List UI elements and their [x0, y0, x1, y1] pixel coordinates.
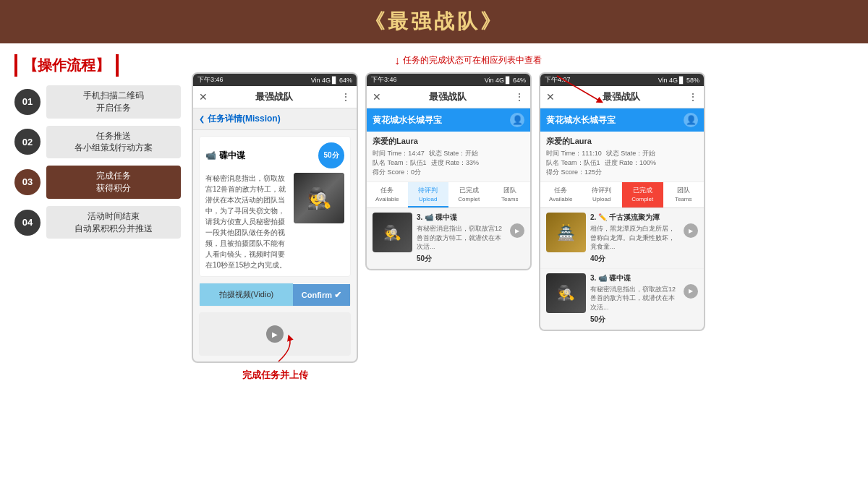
confirm-check-icon: ✔ — [334, 290, 341, 300]
phone1-upload-row: 拍摄视频(Vidio) Confirm ✔ — [200, 283, 350, 306]
phone2-thumb-1: 🕵️ — [373, 213, 412, 252]
phone1-mission-card: 📹 碟中谍 50分 有秘密消息指出，窃取故宫12兽首的敌方特工，就潜伏在本次活动… — [199, 136, 351, 277]
phone3-details2: 队名 Team：队伍1 进度 Rate：100% — [546, 158, 698, 168]
step-num-3: 03 — [14, 169, 41, 195]
phone3-list-item-1: 🏯 2. ✏️ 千古溪流聚为潭 相传，黑龙潭原为白龙所居，曾称白龙潭。白龙秉性败… — [540, 208, 704, 269]
phone2-info-row: 亲爱的Laura 时间 Time：14:47 状态 State：开始 队名 Te… — [367, 132, 530, 182]
annotation-arrow-svg — [542, 69, 629, 105]
phone1-mission-title-row: 📹 碟中谍 50分 — [205, 142, 344, 168]
phone3-item-title-1: 2. ✏️ 千古溪流聚为潭 — [590, 213, 679, 222]
svg-line-0 — [557, 76, 600, 101]
phone1-menu-icon[interactable]: ⋮ — [341, 91, 351, 103]
step-label-4: 活动时间结束自动累积积分并推送 — [46, 206, 181, 239]
phone3-tab-complete[interactable]: 已完成Complet — [622, 182, 663, 207]
page-header: 《最强战队》 — [0, 0, 868, 43]
phone2: 下午3:46 Vin 4G ▊ 64% ✕ 最强战队 ⋮ 黄花城水长城寻宝 👤 … — [365, 72, 532, 270]
phone3-item-desc-2: 有秘密消息指出，窃取故宫12兽首的敌方特工，就潜伏在本次活... — [590, 285, 679, 312]
process-title: 【操作流程】 — [14, 54, 119, 77]
page-title: 《最强战队》 — [365, 8, 503, 35]
phone2-item-title-1: 3. 📹 碟中谍 — [417, 213, 506, 222]
phone1-close-icon[interactable]: ✕ — [199, 91, 208, 103]
step-label-2: 任务推送各小组策划行动方案 — [46, 126, 181, 159]
step-1: 01 手机扫描二维码开启任务 — [14, 85, 181, 119]
phones-container: 下午3:46 Vin 4G ▊ 64% ✕ 最强战队 ⋮ ❮ 任务详情(Miss… — [192, 72, 854, 382]
confirm-arrow-svg — [250, 334, 307, 363]
step-4: 04 活动时间结束自动累积积分并推送 — [14, 206, 181, 239]
phone2-menu-icon[interactable]: ⋮ — [514, 91, 524, 103]
step-label-3: 完成任务获得积分 — [46, 166, 181, 199]
phone2-details2: 队名 Team：队伍1 进度 Rate：33% — [373, 158, 524, 168]
phone3-item-desc-1: 相传，黑龙潭原为白龙所居，曾称白龙潭。白龙秉性败坏，竟食童... — [590, 224, 679, 252]
phone3-details: 时间 Time：111:10 状态 State：开始 — [546, 149, 698, 158]
step-num-4: 04 — [14, 210, 41, 236]
phone3-tab-teams[interactable]: 团队Teams — [663, 182, 705, 207]
step-label-1: 手机扫描二维码开启任务 — [46, 85, 181, 119]
phone2-tab-teams[interactable]: 团队Teams — [490, 182, 531, 207]
phone2-close-icon[interactable]: ✕ — [373, 91, 381, 103]
annotation-text: 任务的完成状态可在相应列表中查看 — [403, 54, 542, 67]
step-num-1: 01 — [14, 89, 41, 115]
phone1-video-icon: 📹 — [205, 150, 216, 160]
phone2-list-item-1: 🕵️ 3. 📹 碟中谍 有秘密消息指出，窃取故宫12兽首的敌方特工，就潜伏在本次… — [367, 208, 530, 269]
phone2-play-btn-1[interactable]: ▶ — [510, 223, 524, 238]
phone2-item-score-1: 50分 — [417, 254, 506, 264]
phone2-statusbar: 下午3:46 Vin 4G ▊ 64% — [367, 74, 530, 86]
phone1-upload-bar: 拍摄视频(Vidio) Confirm ✔ — [199, 283, 351, 307]
phone3-thumb-1: 🏯 — [546, 213, 586, 252]
phone3-thumb-2: 🕵️ — [546, 273, 586, 313]
step-num-2: 02 — [14, 129, 41, 155]
phone1-statusbar: 下午3:46 Vin 4G ▊ 64% — [193, 74, 357, 86]
phone1-annotation: 完成任务并上传 — [242, 369, 308, 382]
left-panel: 【操作流程】 01 手机扫描二维码开启任务 02 任务推送各小组策划行动方案 0… — [14, 54, 181, 477]
phone3-play-btn-2[interactable]: ▶ — [684, 284, 698, 299]
process-steps: 01 手机扫描二维码开启任务 02 任务推送各小组策划行动方案 03 完成任务获… — [14, 85, 181, 239]
phone1-score-badge: 50分 — [318, 142, 344, 168]
phone1-mission-body: 有秘密消息指出，窃取故宫12兽首的敌方特工，就潜伏在本次活动的团队当中，为了寻回… — [205, 173, 344, 270]
phone1-description: 有秘密消息指出，窃取故宫12兽首的敌方特工，就潜伏在本次活动的团队当中，为了寻回… — [205, 173, 289, 270]
phone1-back-icon[interactable]: ❮ — [199, 115, 205, 123]
phone3-item-title-2: 3. 📹 碟中谍 — [590, 273, 679, 283]
phone1-thumb — [294, 173, 344, 223]
phone1-mission-header: ❮ 任务详情(Mission) — [193, 108, 357, 130]
phone3-item-score-2: 50分 — [590, 314, 679, 325]
phone2-item-desc-1: 有秘密消息指出，窃取故宫12兽首的敌方特工，就潜伏在本次活... — [417, 224, 506, 252]
phone3-tab-upload[interactable]: 待评判Upload — [582, 182, 623, 207]
step-2: 02 任务推送各小组策划行动方案 — [14, 126, 181, 159]
phone2-details: 时间 Time：14:47 状态 State：开始 — [373, 149, 524, 158]
phone2-tab-upload[interactable]: 待评判Upload — [408, 182, 449, 207]
phone3-item-content-1: 2. ✏️ 千古溪流聚为潭 相传，黑龙潭原为白龙所居，曾称白龙潭。白龙秉性败坏，… — [590, 213, 679, 264]
phone1-below-area: 完成任务并上传 — [242, 366, 308, 382]
top-annotation: ↓ 任务的完成状态可在相应列表中查看 — [394, 54, 854, 67]
phone3: 下午4:07 Vin 4G ▊ 58% ✕ 最强战队 ⋮ 黄花城水长城寻宝 👤 … — [539, 72, 705, 331]
phone2-nav: ✕ 最强战队 ⋮ — [367, 86, 530, 108]
phone2-details3: 得分 Score：0分 — [373, 168, 524, 177]
phone3-tabs: 任务Available 待评判Upload 已完成Complet 团队Teams — [540, 182, 704, 208]
right-area: ↓ 任务的完成状态可在相应列表中查看 下午3:46 Vin 4G ▊ 64% — [192, 54, 854, 477]
phone2-item-content-1: 3. 📹 碟中谍 有秘密消息指出，窃取故宫12兽首的敌方特工，就潜伏在本次活..… — [417, 213, 506, 264]
phone3-list-item-2: 🕵️ 3. 📹 碟中谍 有秘密消息指出，窃取故宫12兽首的敌方特工，就潜伏在本次… — [540, 269, 704, 330]
phone3-menu-icon[interactable]: ⋮ — [688, 91, 698, 103]
phone2-tab-available[interactable]: 任务Available — [367, 182, 408, 207]
phone3-details3: 得分 Score：125分 — [546, 168, 698, 177]
phone1-nav: ✕ 最强战队 ⋮ — [193, 86, 357, 108]
phone1-wrapper: 下午3:46 Vin 4G ▊ 64% ✕ 最强战队 ⋮ ❮ 任务详情(Miss… — [192, 72, 358, 382]
phone2-tabs: 任务Available 待评判Upload 已完成Complet 团队Teams — [367, 182, 530, 208]
phone3-item-content-2: 3. 📹 碟中谍 有秘密消息指出，窃取故宫12兽首的敌方特工，就潜伏在本次活..… — [590, 273, 679, 325]
phone3-play-btn-1[interactable]: ▶ — [684, 223, 698, 238]
phone3-item-score-1: 40分 — [590, 254, 679, 264]
phone3-list-nav: 黄花城水长城寻宝 👤 — [540, 108, 704, 132]
phone1: 下午3:46 Vin 4G ▊ 64% ✕ 最强战队 ⋮ ❮ 任务详情(Miss… — [192, 72, 358, 363]
main-content: 【操作流程】 01 手机扫描二维码开启任务 02 任务推送各小组策划行动方案 0… — [0, 43, 868, 488]
phone1-thumb-img — [294, 173, 344, 223]
confirm-button[interactable]: Confirm ✔ — [293, 284, 350, 306]
phone1-upload-label[interactable]: 拍摄视频(Vidio) — [200, 283, 293, 306]
phone2-list-nav: 黄花城水长城寻宝 👤 — [367, 108, 530, 132]
phone2-tab-complete[interactable]: 已完成Complet — [448, 182, 490, 207]
phone2-person-icon: 👤 — [510, 113, 524, 127]
phone3-tab-available[interactable]: 任务Available — [540, 182, 582, 207]
phone3-person-icon: 👤 — [684, 113, 698, 127]
step-3: 03 完成任务获得积分 — [14, 166, 181, 199]
phone3-info-row: 亲爱的Laura 时间 Time：111:10 状态 State：开始 队名 T… — [540, 132, 704, 182]
